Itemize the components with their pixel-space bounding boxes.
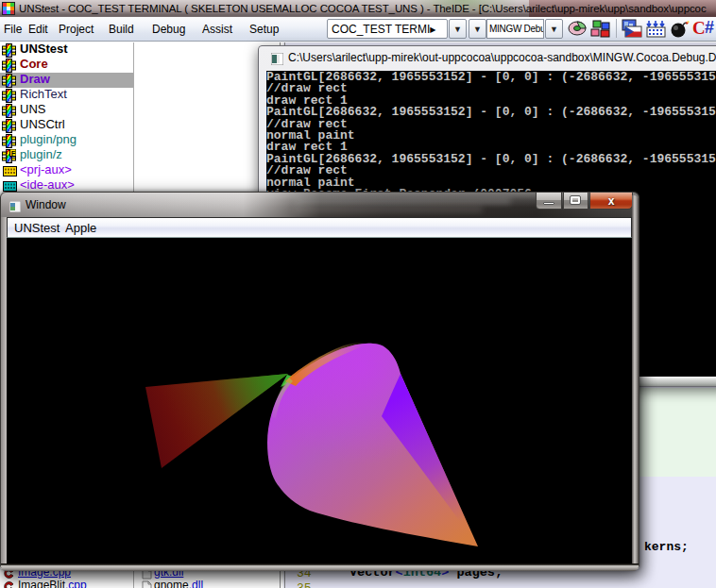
svg-text:F: F <box>11 149 16 158</box>
